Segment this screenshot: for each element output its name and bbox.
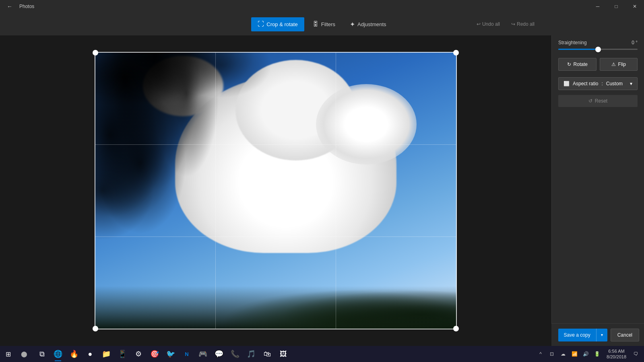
- straightening-label-row: Straightening 0 °: [558, 40, 638, 45]
- taskbar-app-notepad[interactable]: N: [179, 346, 195, 362]
- straightening-section: Straightening 0 °: [558, 40, 638, 50]
- toolbar: ⛶ Crop & rotate 🎛 Filters ✦ Adjustments …: [0, 13, 644, 35]
- tray-notification[interactable]: 🗨: [631, 346, 641, 362]
- taskbar-app-tablet[interactable]: 📱: [114, 346, 130, 362]
- taskbar-app-skype[interactable]: 💬: [211, 346, 227, 362]
- rotate-icon: ↻: [567, 62, 571, 67]
- tray-date-value: 8/20/2018: [607, 354, 626, 360]
- save-copy-dropdown[interactable]: ▾: [596, 329, 607, 341]
- redo-icon: ↪: [511, 21, 515, 27]
- tray-network[interactable]: ⊡: [547, 346, 557, 362]
- taskbar-app-explorer[interactable]: 📁: [98, 346, 114, 362]
- rotate-label: Rotate: [574, 62, 588, 67]
- crop-rotate-icon: ⛶: [258, 21, 264, 28]
- filters-button[interactable]: 🎛 Filters: [306, 17, 342, 31]
- tray-up-arrow[interactable]: ^: [536, 346, 545, 362]
- rotate-flip-row: ↻ Rotate ⚠ Flip: [558, 58, 638, 71]
- taskbar-app-firefox[interactable]: 🔥: [66, 346, 82, 362]
- flip-icon: ⚠: [611, 62, 616, 67]
- taskbar-apps: ⧉ 🌐 🔥 ● 📁 📱 ⚙ 🎯 🐦 N 🎮 💬 📞 🎵 🛍 🖼: [32, 346, 533, 362]
- save-copy-button[interactable]: Save a copy ▾: [558, 329, 607, 341]
- aspect-ratio-icon: ⬜: [564, 81, 570, 86]
- back-button[interactable]: ←: [3, 0, 16, 13]
- straightening-slider-thumb[interactable]: [595, 47, 601, 52]
- titlebar: ← Photos ─ □ ✕: [0, 0, 644, 13]
- save-copy-label: Save a copy: [564, 332, 590, 338]
- save-copy-label-area[interactable]: Save a copy: [558, 329, 596, 341]
- adjustments-button[interactable]: ✦ Adjustments: [343, 17, 393, 31]
- flip-button[interactable]: ⚠ Flip: [600, 58, 638, 71]
- taskbar-app-game[interactable]: 🎮: [195, 346, 211, 362]
- cancel-label: Cancel: [617, 332, 632, 338]
- taskbar-app-store[interactable]: ⚙: [130, 346, 147, 362]
- undo-button[interactable]: ↩ Undo all: [472, 19, 505, 29]
- cancel-button[interactable]: Cancel: [611, 329, 639, 341]
- aspect-ratio-label: Aspect ratio: [573, 81, 598, 86]
- tray-wifi[interactable]: 📶: [570, 346, 579, 362]
- adjustments-icon: ✦: [350, 21, 355, 28]
- tray-battery[interactable]: 🔋: [592, 346, 602, 362]
- save-dropdown-chevron: ▾: [601, 333, 603, 337]
- taskbar-app-spotify[interactable]: 🎵: [243, 346, 259, 362]
- tray-time-value: 6:56 AM: [607, 348, 626, 354]
- rotate-button[interactable]: ↻ Rotate: [558, 58, 597, 71]
- tree-bottom: [95, 257, 457, 329]
- chevron-down-icon: ▾: [630, 81, 632, 86]
- straightening-label: Straightening: [558, 40, 587, 45]
- undo-icon: ↩: [477, 21, 481, 27]
- flip-label: Flip: [618, 62, 626, 67]
- reset-button[interactable]: ↺ Reset: [558, 95, 638, 107]
- taskbar-app-photos[interactable]: 🖼: [275, 346, 291, 362]
- taskbar-app-task-view[interactable]: ⧉: [34, 346, 50, 362]
- start-button[interactable]: ⊞: [0, 346, 16, 362]
- taskbar-app-target[interactable]: 🎯: [147, 346, 163, 362]
- close-button[interactable]: ✕: [625, 0, 644, 13]
- trees-overlay: [95, 52, 457, 329]
- taskbar-app-shopping[interactable]: 🛍: [259, 346, 275, 362]
- reset-icon: ↺: [588, 98, 592, 104]
- aspect-ratio-separator: :: [601, 81, 603, 86]
- search-button[interactable]: ⬤: [16, 346, 32, 362]
- system-tray: ^ ⊡ ☁ 📶 🔊 🔋 6:56 AM 8/20/2018 🗨: [533, 346, 644, 362]
- tray-volume[interactable]: 🔊: [581, 346, 590, 362]
- maximize-button[interactable]: □: [607, 0, 625, 13]
- minimize-button[interactable]: ─: [588, 0, 607, 13]
- app-title: Photos: [19, 4, 34, 9]
- straightening-slider-fill: [558, 49, 598, 50]
- main-canvas: [0, 35, 551, 346]
- undo-label: Undo all: [482, 21, 500, 27]
- action-bar: Save a copy ▾ Cancel: [551, 323, 644, 346]
- taskbar-app-phone[interactable]: 📞: [227, 346, 243, 362]
- photo-background: [95, 52, 457, 329]
- right-panel: Crop & rotate Straightening 0 ° ↻ Rotate…: [551, 13, 644, 346]
- adjustments-label: Adjustments: [357, 21, 386, 27]
- crop-rotate-button[interactable]: ⛶ Crop & rotate: [251, 17, 304, 31]
- tray-cloud[interactable]: ☁: [558, 346, 568, 362]
- aspect-ratio-left: ⬜ Aspect ratio : Custom: [564, 81, 623, 86]
- taskbar-app-edge[interactable]: 🌐: [50, 346, 66, 362]
- straightening-slider-track: [558, 49, 638, 50]
- reset-label: Reset: [595, 98, 607, 104]
- redo-button[interactable]: ↪ Redo all: [506, 19, 539, 29]
- aspect-ratio-value: Custom: [606, 81, 623, 86]
- filters-icon: 🎛: [312, 21, 319, 28]
- tree-branches: [95, 52, 457, 218]
- tray-clock[interactable]: 6:56 AM 8/20/2018: [603, 348, 630, 360]
- image-container[interactable]: [95, 52, 457, 329]
- straightening-value: 0 °: [632, 40, 638, 45]
- crop-rotate-label: Crop & rotate: [266, 21, 297, 27]
- aspect-ratio-button[interactable]: ⬜ Aspect ratio : Custom ▾: [558, 77, 638, 90]
- taskbar-app-twitter[interactable]: 🐦: [163, 346, 179, 362]
- filters-label: Filters: [321, 21, 335, 27]
- redo-label: Redo all: [517, 21, 535, 27]
- taskbar-app-chrome[interactable]: ●: [82, 346, 98, 362]
- taskbar: ⊞ ⬤ ⧉ 🌐 🔥 ● 📁 📱 ⚙ 🎯 🐦 N 🎮 💬 📞 🎵 🛍 🖼 ^ ⊡ …: [0, 346, 644, 362]
